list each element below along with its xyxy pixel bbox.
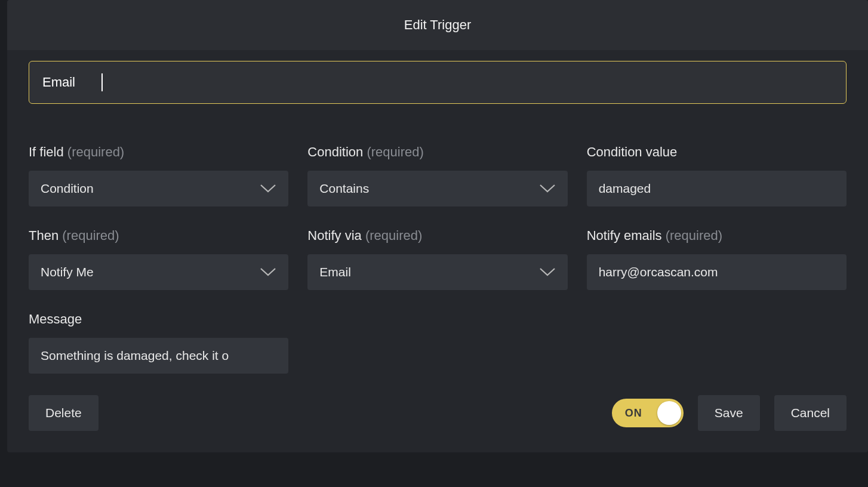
label-text: If field [29,144,64,159]
footer-right: ON Save Cancel [612,395,847,431]
condition-label: Condition (required) [307,144,567,160]
input-value: damaged [599,181,651,196]
if-field-label: If field (required) [29,144,288,160]
label-text: Notify emails [587,228,662,243]
modal-title: Edit Trigger [404,17,472,33]
input-value: Something is damaged, check it o [41,349,229,363]
label-text: Condition [307,144,363,159]
select-value: Contains [319,181,369,196]
condition-select[interactable]: Contains [307,171,567,206]
cancel-button[interactable]: Cancel [774,395,847,431]
notify-emails-label: Notify emails (required) [587,228,847,244]
toggle-knob [657,401,681,425]
chevron-down-icon [539,267,556,277]
condition-group: Condition (required) Contains [307,144,567,206]
chevron-down-icon [260,267,276,277]
condition-value-input[interactable]: damaged [587,171,847,206]
label-text: Condition value [587,144,678,159]
then-select[interactable]: Notify Me [29,254,288,290]
notify-emails-input[interactable]: harry@orcascan.com [587,254,847,290]
required-text: (required) [67,144,124,159]
modal-body: If field (required) Condition Condition … [7,50,868,452]
select-value: Condition [41,181,94,196]
input-value: harry@orcascan.com [599,265,718,279]
enabled-toggle[interactable]: ON [612,399,684,427]
label-text: Notify via [307,228,361,243]
message-label: Message [29,312,288,327]
trigger-name-input[interactable] [29,61,847,104]
label-text: Message [29,312,82,326]
label-text: Then [29,228,59,243]
select-value: Email [319,265,351,279]
message-group: Message Something is damaged, check it o [29,312,288,374]
delete-button[interactable]: Delete [29,395,99,431]
text-caret [101,73,103,91]
form-grid: If field (required) Condition Condition … [29,144,847,374]
then-label: Then (required) [29,228,288,244]
notify-via-label: Notify via (required) [307,228,567,244]
if-field-group: If field (required) Condition [29,144,288,206]
notify-via-select[interactable]: Email [307,254,567,290]
message-input[interactable]: Something is damaged, check it o [29,338,288,374]
required-text: (required) [365,228,422,243]
notify-via-group: Notify via (required) Email [307,228,567,290]
required-text: (required) [666,228,722,243]
chevron-down-icon [539,184,556,193]
condition-value-label: Condition value [587,144,847,160]
trigger-name-wrap [29,61,847,144]
save-button[interactable]: Save [698,395,760,431]
if-field-select[interactable]: Condition [29,171,288,206]
required-text: (required) [367,144,423,159]
edit-trigger-modal: Edit Trigger If field (required) Conditi… [7,0,868,452]
footer-row: Delete ON Save Cancel [29,395,847,431]
condition-value-group: Condition value damaged [587,144,847,206]
chevron-down-icon [260,184,276,193]
select-value: Notify Me [41,265,94,279]
then-group: Then (required) Notify Me [29,228,288,290]
required-text: (required) [62,228,119,243]
toggle-state-label: ON [625,407,642,420]
notify-emails-group: Notify emails (required) harry@orcascan.… [587,228,847,290]
modal-header: Edit Trigger [7,0,868,50]
